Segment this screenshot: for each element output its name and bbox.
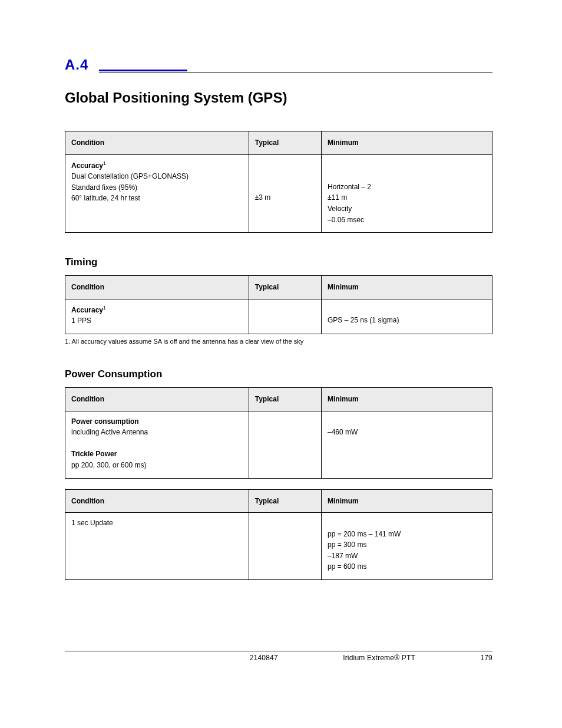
cell-text: –460 mW (328, 427, 486, 438)
row-heading: Trickle Power (71, 450, 117, 458)
cell-text: pp = 200 ms – 141 mW (328, 529, 486, 540)
row-heading: Power consumption (71, 417, 139, 426)
cell-text: 1 PPS (71, 315, 243, 327)
cell-minimum: –460 mW (322, 411, 492, 478)
footnote-ref: 1 (103, 305, 106, 311)
col-typical: Typical (249, 131, 321, 155)
cell-text: ±3 m (255, 193, 271, 202)
footnote-ref: 1 (103, 160, 106, 166)
cell-text: –0.06 msec (328, 215, 486, 226)
cell-condition: 1 sec Update (65, 513, 249, 580)
cell-text: 60° latitude, 24 hr test (71, 193, 243, 204)
col-condition: Condition (65, 276, 249, 299)
table-timing: Condition Typical Minimum Accuracy1 1 PP… (65, 275, 492, 334)
table-accuracy: Condition Typical Minimum Accuracy1 Dual… (65, 131, 492, 233)
col-condition: Condition (65, 387, 249, 411)
page-footer: 2140847 Iridium Extreme® PTT 179 (65, 651, 492, 662)
footer-left (65, 654, 184, 662)
col-typical: Typical (249, 387, 321, 411)
cell-typical (249, 513, 321, 580)
col-condition: Condition (65, 489, 249, 513)
row-heading: Accuracy (71, 162, 103, 170)
cell-text: Standard fixes (95%) (71, 182, 243, 193)
col-typical: Typical (249, 276, 321, 299)
cell-text: 1 sec Update (71, 518, 243, 529)
footer-code: 2140847 (250, 654, 278, 662)
table-power2: Condition Typical Minimum 1 sec Update p… (65, 489, 492, 581)
table-row: 1 sec Update pp = 200 ms – 141 mW pp = 3… (65, 513, 492, 580)
cell-text: GPS – 25 ns (1 sigma) (328, 315, 486, 326)
col-minimum: Minimum (322, 489, 492, 513)
cell-minimum: GPS – 25 ns (1 sigma) (322, 299, 492, 334)
section-title: Global Positioning System (GPS) (65, 90, 492, 106)
cell-text: pp = 300 ms (328, 539, 486, 551)
cell-text: Dual Constellation (GPS+GLONASS) (71, 171, 243, 182)
table-row: Accuracy1 Dual Constellation (GPS+GLONAS… (65, 154, 492, 233)
table-header-row: Condition Typical Minimum (65, 131, 492, 155)
cell-condition: Accuracy1 Dual Constellation (GPS+GLONAS… (65, 154, 249, 233)
cell-text: ±11 m (328, 192, 486, 203)
footnote-timing: 1. All accuracy values assume SA is off … (65, 338, 492, 345)
row-heading: Accuracy (71, 306, 103, 314)
sub-heading-power: Power Consumption (65, 368, 492, 380)
table-header-row: Condition Typical Minimum (65, 489, 492, 513)
section-number: A.4 (65, 57, 88, 73)
cell-text: Velocity (328, 203, 486, 215)
section-header: A.4 (65, 57, 492, 73)
col-typical: Typical (249, 489, 321, 513)
table-row: Power consumption including Active Anten… (65, 411, 492, 478)
cell-condition: Power consumption including Active Anten… (65, 411, 249, 478)
cell-minimum: pp = 200 ms – 141 mW pp = 300 ms –187 mW… (322, 513, 492, 580)
rule-black (99, 73, 492, 73)
footer-product: Iridium Extreme® PTT (343, 654, 415, 662)
cell-typical (249, 299, 321, 334)
cell-text: –187 mW (328, 551, 486, 562)
cell-text: Horizontal – 2 (328, 182, 486, 193)
cell-text: including Active Antenna (71, 427, 243, 438)
col-minimum: Minimum (322, 387, 492, 411)
cell-minimum: Horizontal – 2 ±11 m Velocity –0.06 msec (322, 154, 492, 233)
col-minimum: Minimum (322, 276, 492, 299)
table-header-row: Condition Typical Minimum (65, 387, 492, 411)
table-power: Condition Typical Minimum Power consumpt… (65, 387, 492, 479)
col-minimum: Minimum (322, 131, 492, 155)
table-row: Accuracy1 1 PPS GPS – 25 ns (1 sigma) (65, 299, 492, 334)
sub-heading-timing: Timing (65, 256, 492, 268)
table-header-row: Condition Typical Minimum (65, 276, 492, 299)
cell-typical (249, 411, 321, 478)
col-condition: Condition (65, 131, 249, 155)
cell-typical: ±3 m (249, 154, 321, 233)
cell-condition: Accuracy1 1 PPS (65, 299, 249, 334)
cell-text: pp 200, 300, or 600 ms) (71, 460, 243, 471)
footer-page: 179 (480, 654, 492, 662)
section-rules (99, 70, 492, 73)
cell-text: pp = 600 ms (328, 561, 486, 572)
rule-blue (99, 70, 187, 71)
